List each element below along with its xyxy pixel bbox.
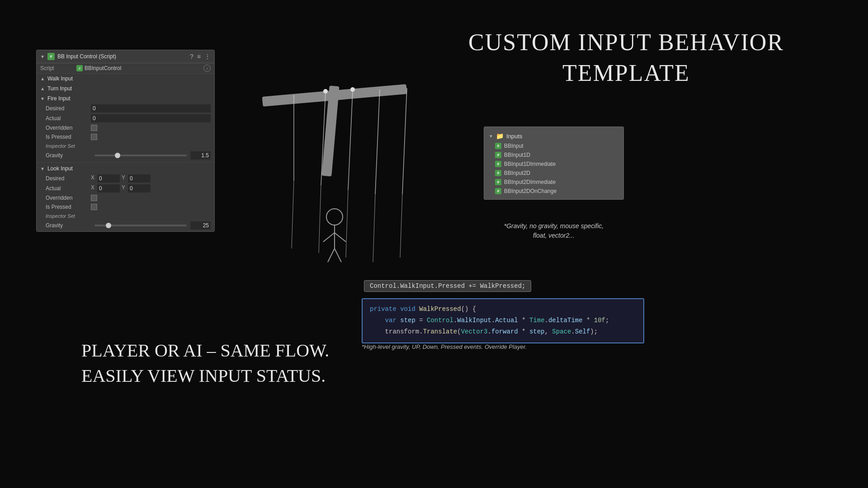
inputs-item-label-1: BBInput1D — [504, 152, 530, 158]
fire-inspector-set-row: Inspector Set — [37, 141, 214, 150]
inputs-item-label-5: BBInput2DOnChange — [504, 188, 557, 194]
look-overridden-checkbox[interactable] — [91, 195, 97, 201]
look-actual-x-label: X — [91, 184, 94, 192]
help-icon[interactable]: ? — [190, 53, 193, 60]
svg-line-4 — [348, 91, 353, 190]
look-gravity-label: Gravity — [46, 222, 91, 229]
settings-icon[interactable]: ≡ — [197, 53, 201, 60]
turn-collapse-icon: ► — [40, 86, 45, 91]
look-desired-label: Desired — [46, 175, 91, 182]
svg-line-8 — [319, 185, 321, 253]
script-row: Script # BBInputControl ○ — [37, 63, 214, 74]
look-inspector-set-label: Inspector Set — [46, 213, 211, 219]
inputs-item-label-0: BBInput — [504, 143, 524, 149]
inputs-item-5: # BBInput2DOnChange — [484, 187, 623, 196]
look-actual-label: Actual — [46, 185, 91, 192]
puppet-svg — [235, 54, 434, 289]
script-field-value: # BBInputControl — [76, 65, 121, 71]
main-title: Custom input behavior Template — [407, 27, 845, 88]
inspector-toolbar: ? ≡ ⋮ — [190, 53, 211, 60]
puppet-area — [235, 54, 434, 289]
fire-overridden-label: Overridden — [46, 125, 91, 131]
inputs-item-label-2: BBInput1DImmediate — [504, 161, 556, 167]
look-gravity-thumb[interactable] — [106, 223, 111, 228]
look-input-section[interactable]: ▼ Look Input — [37, 164, 214, 174]
fire-gravity-input[interactable] — [190, 151, 211, 160]
look-collapse-icon: ▼ — [40, 166, 45, 171]
inputs-collapse-icon[interactable]: ▼ — [489, 134, 493, 139]
inputs-folder-icon: 📁 — [496, 132, 504, 140]
inputs-item-label-4: BBInput2DImmediate — [504, 179, 556, 185]
inputs-item-3: # BBInput2D — [484, 169, 623, 178]
code-line-1: private void WalkPressed() { — [370, 304, 636, 315]
inputs-item-label-3: BBInput2D — [504, 170, 530, 176]
bottom-left-text: Player or Ai – same flow. Easily view in… — [81, 338, 329, 389]
svg-point-14 — [326, 209, 343, 225]
look-actual-x-input[interactable] — [97, 184, 120, 192]
code-line-3: transform.Translate(Vector3.forward * st… — [370, 326, 636, 338]
look-desired-xy: X Y — [91, 174, 211, 183]
walk-input-label: Walk Input — [47, 75, 73, 82]
inputs-item-2: # BBInput1DImmediate — [484, 160, 623, 169]
look-gravity-input[interactable] — [190, 221, 211, 230]
look-desired-y-input[interactable] — [128, 174, 151, 183]
script-name: BBInputControl — [85, 65, 121, 71]
fire-collapse-icon: ▼ — [40, 96, 45, 101]
look-input-label: Look Input — [47, 165, 73, 172]
turn-input-section[interactable]: ► Turn Input — [37, 84, 214, 94]
code-highlight-text: Control.WalkInput.Pressed += WalkPressed… — [370, 282, 525, 290]
script-select-button[interactable]: ○ — [203, 65, 211, 72]
fire-gravity-label: Gravity — [46, 152, 91, 159]
fire-input-section[interactable]: ▼ Fire Input — [37, 94, 214, 103]
fire-overridden-checkbox[interactable] — [91, 125, 97, 131]
inputs-header: ▼ 📁 Inputs — [484, 131, 623, 141]
code-block: private void WalkPressed() { var step = … — [362, 298, 644, 343]
fire-ispressed-row: Is Pressed — [37, 132, 214, 141]
code-highlight: Control.WalkInput.Pressed += WalkPressed… — [364, 280, 531, 292]
inputs-item-0: # BBInput — [484, 141, 623, 150]
look-actual-y-input[interactable] — [128, 184, 151, 192]
title-line1: Custom input behavior — [407, 27, 845, 58]
look-actual-row: Actual X Y — [37, 183, 214, 193]
inputs-title: Inputs — [506, 133, 522, 140]
fire-ispressed-label: Is Pressed — [46, 134, 91, 140]
svg-line-5 — [375, 89, 380, 194]
look-desired-x-label: X — [91, 174, 94, 183]
fire-actual-label: Actual — [46, 115, 91, 122]
look-ispressed-row: Is Pressed — [37, 202, 214, 211]
walk-input-section[interactable]: ► Walk Input — [37, 74, 214, 84]
circle-icon: ○ — [206, 66, 208, 70]
svg-line-10 — [373, 194, 375, 262]
inputs-panel: ▼ 📁 Inputs # BBInput # BBInput1D # BBInp… — [484, 127, 624, 200]
inputs-item-1: # BBInput1D — [484, 150, 623, 160]
svg-line-19 — [335, 249, 341, 262]
svg-point-12 — [323, 89, 328, 94]
title-line2: Template — [407, 58, 845, 89]
fire-gravity-track — [94, 155, 187, 156]
svg-line-17 — [335, 233, 346, 242]
look-desired-x-input[interactable] — [97, 174, 120, 183]
look-ispressed-label: Is Pressed — [46, 204, 91, 210]
collapse-arrow-icon[interactable]: ▼ — [40, 54, 45, 59]
look-desired-row: Desired X Y — [37, 174, 214, 183]
fire-input-label: Fire Input — [47, 95, 71, 102]
fire-ispressed-checkbox[interactable] — [91, 134, 97, 140]
hash-icon-5: # — [495, 188, 501, 194]
code-note: *High-level gravity, UP, Down, Pressed e… — [362, 343, 527, 350]
look-gravity-track — [94, 225, 187, 226]
bottom-line2: Easily view input status. — [81, 363, 329, 389]
inputs-subtitle: *Gravity, no gravity, mouse specific,flo… — [481, 221, 626, 240]
fire-overridden-row: Overridden — [37, 123, 214, 132]
look-ispressed-checkbox[interactable] — [91, 204, 97, 210]
fire-gravity-row: Gravity — [37, 150, 214, 161]
svg-line-9 — [346, 190, 348, 258]
script-icon: # — [47, 53, 55, 60]
hash-icon-2: # — [495, 161, 501, 167]
fire-actual-input[interactable] — [91, 114, 211, 122]
fire-desired-input[interactable] — [91, 104, 211, 113]
fire-gravity-thumb[interactable] — [115, 153, 120, 158]
svg-point-13 — [350, 87, 355, 92]
fire-actual-row: Actual — [37, 113, 214, 123]
more-icon[interactable]: ⋮ — [204, 53, 211, 60]
fire-desired-label: Desired — [46, 105, 91, 112]
